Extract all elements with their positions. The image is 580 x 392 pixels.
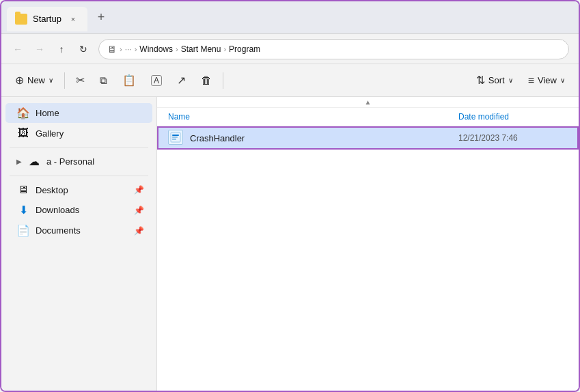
path-startmenu[interactable]: Start Menu	[181, 44, 221, 54]
sort-arrow-icon: ▲	[365, 98, 372, 106]
share-button[interactable]: ↗	[170, 70, 193, 91]
folder-icon	[15, 14, 27, 25]
documents-pin-icon: 📌	[134, 226, 144, 236]
path-sep-3: ›	[176, 45, 178, 53]
col-date-header[interactable]: Date modified	[458, 112, 568, 122]
sidebar-desktop-label: Desktop	[36, 185, 128, 195]
downloads-icon: ⬇	[16, 204, 30, 216]
sidebar-divider-1	[10, 147, 148, 148]
toolbar-separator-1	[64, 72, 65, 89]
sort-indicator-row: ▲	[157, 97, 579, 108]
sort-chevron-icon: ∨	[508, 76, 513, 84]
new-label: New	[27, 75, 45, 85]
main-area: 🏠 Home 🖼 Gallery ▶ ☁ a - Personal 🖥 Desk…	[1, 97, 579, 392]
col-name-header[interactable]: Name	[168, 112, 458, 122]
title-bar: Startup × +	[1, 1, 579, 34]
sidebar-item-gallery[interactable]: 🖼 Gallery	[5, 124, 152, 143]
sidebar-personal-label: a - Personal	[46, 156, 144, 167]
file-date: 12/21/2023 7:46	[458, 133, 568, 143]
sidebar-item-downloads[interactable]: ⬇ Downloads 📌	[5, 200, 152, 220]
sidebar-divider-2	[10, 176, 148, 176]
svg-rect-1	[172, 135, 179, 136]
new-button[interactable]: ⊕ New ∨	[8, 70, 60, 91]
sidebar-documents-label: Documents	[36, 225, 128, 236]
new-tab-button[interactable]: +	[92, 8, 111, 27]
path-sep-2: ›	[135, 45, 137, 53]
desktop-pin-icon: 📌	[134, 185, 144, 195]
content-area: ▲ Name Date modified CrashHandler 12/21/	[157, 97, 579, 392]
share-icon: ↗	[177, 74, 186, 87]
tab-close-button[interactable]: ×	[67, 13, 79, 25]
copy-icon: ⧉	[100, 74, 107, 87]
cloud-icon: ☁	[27, 155, 41, 168]
active-tab[interactable]: Startup ×	[7, 7, 87, 31]
toolbar-separator-2	[223, 72, 223, 89]
desktop-icon: 🖥	[16, 184, 30, 196]
up-button[interactable]: ↑	[52, 40, 71, 59]
path-sep-1: ›	[120, 45, 122, 53]
view-chevron-icon: ∨	[560, 76, 565, 84]
expand-icon: ▶	[16, 158, 22, 165]
svg-rect-2	[172, 137, 178, 138]
cut-icon: ✂	[76, 74, 85, 87]
new-icon: ⊕	[15, 74, 24, 87]
view-button[interactable]: ≡ View ∨	[521, 70, 572, 91]
toolbar: ⊕ New ∨ ✂ ⧉ 📋 A ↗ 🗑 ⇅ Sort ∨ ≡ View ∨	[1, 64, 579, 97]
content-header: Name Date modified	[157, 108, 579, 126]
rename-button[interactable]: A	[144, 71, 169, 90]
path-sep-4: ›	[223, 45, 226, 53]
paste-icon: 📋	[122, 74, 136, 87]
rename-icon: A	[151, 75, 162, 86]
sidebar: 🏠 Home 🖼 Gallery ▶ ☁ a - Personal 🖥 Desk…	[1, 97, 157, 392]
view-icon: ≡	[528, 74, 534, 87]
refresh-button[interactable]: ↻	[74, 40, 93, 59]
sidebar-gallery-label: Gallery	[36, 128, 144, 139]
downloads-pin-icon: 📌	[134, 206, 144, 215]
delete-icon: 🗑	[201, 74, 212, 87]
monitor-icon: 🖥	[107, 44, 117, 55]
sidebar-item-a-personal[interactable]: ▶ ☁ a - Personal	[5, 152, 152, 171]
new-chevron-icon: ∨	[49, 76, 53, 84]
sidebar-item-desktop[interactable]: 🖥 Desktop 📌	[5, 180, 152, 199]
sidebar-item-home[interactable]: 🏠 Home	[5, 103, 152, 123]
file-name: CrashHandler	[190, 133, 453, 143]
sidebar-item-documents[interactable]: 📄 Documents 📌	[5, 221, 152, 240]
tab-title: Startup	[33, 14, 61, 24]
gallery-icon: 🖼	[16, 127, 30, 139]
view-label: View	[538, 75, 557, 85]
copy-button[interactable]: ⧉	[93, 70, 114, 91]
path-ellipsis[interactable]: ···	[125, 44, 132, 54]
sidebar-downloads-label: Downloads	[36, 205, 128, 215]
table-row[interactable]: CrashHandler 12/21/2023 7:46	[157, 126, 579, 150]
file-icon	[168, 130, 184, 146]
svg-rect-3	[172, 139, 176, 140]
paste-button[interactable]: 📋	[115, 70, 143, 91]
path-windows[interactable]: Windows	[139, 44, 173, 54]
sort-label: Sort	[488, 75, 505, 85]
file-icon-inner	[168, 130, 183, 145]
forward-button[interactable]: →	[30, 40, 49, 59]
back-button[interactable]: ←	[8, 40, 27, 59]
address-bar: ← → ↑ ↻ 🖥 › ··· › Windows › Start Menu ›…	[1, 34, 579, 64]
cut-button[interactable]: ✂	[69, 70, 92, 91]
sort-button[interactable]: ⇅ Sort ∨	[469, 70, 520, 91]
sort-icon: ⇅	[476, 74, 485, 87]
path-programs[interactable]: Program	[229, 44, 260, 54]
sidebar-home-label: Home	[36, 108, 144, 118]
documents-icon: 📄	[16, 224, 30, 237]
delete-button[interactable]: 🗑	[194, 70, 219, 91]
home-icon: 🏠	[16, 107, 30, 120]
address-path[interactable]: 🖥 › ··· › Windows › Start Menu › Program	[98, 39, 569, 59]
